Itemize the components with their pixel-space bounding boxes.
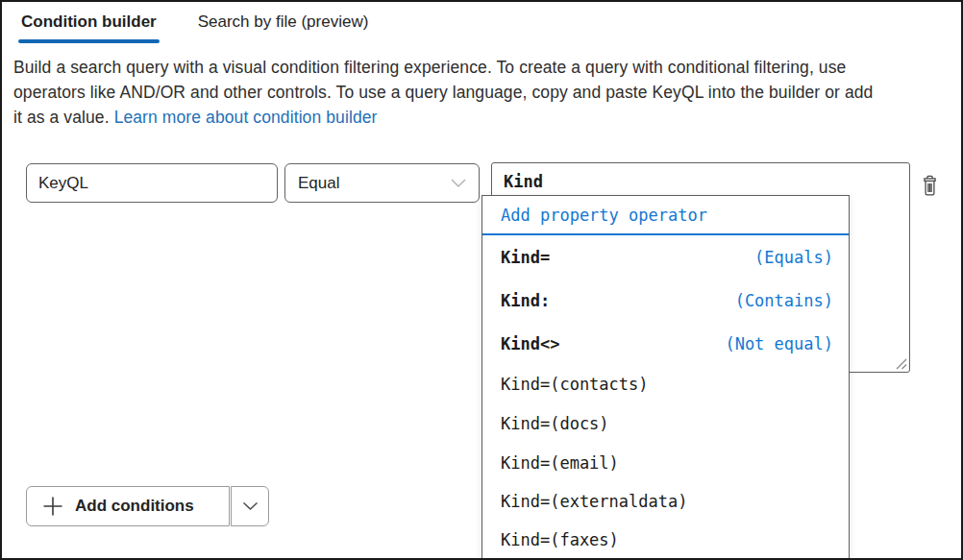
suggestion-operator-contains[interactable]: Kind: (Contains) (482, 291, 849, 310)
tab-search-by-file[interactable]: Search by file (preview) (198, 12, 369, 43)
suggestion-query: Kind=(contacts) (501, 375, 649, 394)
description-text: Build a search query with a visual condi… (13, 55, 957, 130)
suggestion-operator-label: (Contains) (735, 291, 833, 310)
tab-condition-builder[interactable]: Condition builder (21, 12, 157, 43)
operator-dropdown[interactable]: Equal (284, 163, 480, 203)
suggestion-query: Kind<> (501, 334, 559, 353)
suggestion-query: Kind: (501, 291, 550, 310)
suggestion-operator-not-equal[interactable]: Kind<> (Not equal) (482, 334, 849, 353)
trash-icon (919, 174, 941, 198)
description-line-1: Build a search query with a visual condi… (13, 55, 957, 80)
suggestion-value-faxes[interactable]: Kind=(faxes) (482, 530, 849, 549)
suggestion-operator-label: (Not equal) (725, 334, 833, 353)
suggestion-query: Kind= (501, 248, 550, 267)
suggestion-query: Kind=(faxes) (501, 530, 619, 549)
learn-more-link[interactable]: Learn more about condition builder (114, 108, 378, 127)
tab-bar: Condition builder Search by file (previe… (21, 12, 368, 43)
value-textarea-text: Kind (504, 172, 543, 191)
suggestion-query: Kind=(docs) (501, 414, 609, 433)
delete-condition-button[interactable] (914, 172, 945, 199)
suggestion-flyout: Add property operator Kind= (Equals) Kin… (482, 195, 850, 560)
description-line-3: it as a value. Learn more about conditio… (13, 105, 957, 130)
add-property-operator-option[interactable]: Add property operator (482, 196, 849, 235)
tab-search-by-file-label: Search by file (preview) (198, 12, 369, 31)
suggestion-query: Kind=(email) (501, 453, 619, 473)
chevron-down-icon (242, 501, 259, 511)
suggestion-value-email[interactable]: Kind=(email) (482, 453, 849, 473)
property-input[interactable] (26, 163, 278, 203)
condition-builder-panel: Condition builder Search by file (previe… (0, 0, 963, 560)
operator-dropdown-value: Equal (298, 174, 451, 193)
resize-grip-icon[interactable] (894, 356, 907, 370)
suggestion-value-docs[interactable]: Kind=(docs) (482, 414, 849, 433)
chevron-down-icon (451, 179, 466, 187)
plus-icon (42, 496, 63, 517)
description-line-2: operators like AND/OR and other controls… (13, 80, 957, 105)
suggestion-value-contacts[interactable]: Kind=(contacts) (482, 375, 849, 394)
active-tab-underline (18, 39, 160, 43)
suggestion-value-externaldata[interactable]: Kind=(externaldata) (482, 492, 849, 511)
suggestion-operator-label: (Equals) (754, 248, 833, 267)
add-conditions-button[interactable]: Add conditions (26, 486, 230, 526)
add-conditions-menu-button[interactable] (231, 486, 269, 526)
tab-condition-builder-label: Condition builder (21, 12, 157, 31)
suggestion-operator-equals[interactable]: Kind= (Equals) (482, 248, 849, 267)
suggestion-query: Kind=(externaldata) (501, 492, 687, 511)
add-conditions-label: Add conditions (75, 497, 194, 516)
